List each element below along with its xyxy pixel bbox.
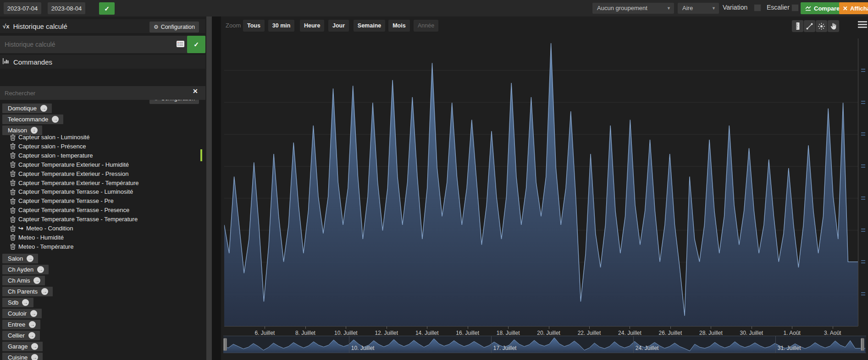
grouping-select[interactable]: Aucun groupement ▼ [592, 3, 674, 14]
navigator-area [223, 338, 865, 353]
navigator[interactable]: 10. Juillet17. Juillet24. Juillet31. Jui… [223, 336, 866, 353]
date-from-input[interactable] [4, 2, 41, 14]
affichage-button[interactable]: ✕ Affichage [839, 2, 868, 14]
list-alt-icon[interactable] [177, 41, 184, 49]
y-axis-label-fragment [861, 229, 865, 232]
date-to-input[interactable] [48, 2, 85, 14]
command-item-label: Capteur Temperature Exterieur - Températ… [18, 180, 139, 186]
tag-domotique[interactable]: Domotique→ [2, 104, 52, 113]
calc-history-apply-button[interactable]: ✓ [187, 36, 205, 53]
top-bar: ✓ Aucun groupement ▼ Aire ▼ Variation Es… [0, 0, 868, 16]
x-axis-tick [265, 327, 265, 329]
command-item-label: Capteur salon - Luminosité [18, 134, 89, 141]
variation-checkbox[interactable] [754, 4, 761, 11]
search-input[interactable] [0, 86, 205, 100]
list-scrollbar-thumb[interactable] [200, 149, 202, 161]
arrow-circle-right-icon: → [28, 332, 35, 339]
tag-sdb[interactable]: Sdb→ [2, 298, 33, 307]
x-axis-label: 12. Juillet [375, 330, 398, 336]
tag-ch-ayden[interactable]: Ch Ayden→ [2, 265, 49, 274]
command-item[interactable]: Capteur Temperature Terrasse - Pre [10, 197, 114, 204]
zoom-button-heure[interactable]: Heure [300, 20, 324, 32]
command-item-label: Capteur Temperature Exterieur - Pression [18, 170, 128, 177]
clear-search-icon[interactable]: ✕ [193, 87, 198, 95]
trash-icon[interactable] [10, 189, 16, 195]
zoom-button-tous[interactable]: Tous [243, 20, 265, 32]
command-item[interactable]: Capteur Temperature Terrasse - Temperatu… [10, 216, 138, 223]
zoom-button-semaine[interactable]: Semaine [354, 20, 385, 32]
command-item-label: Capteur salon - temperature [18, 152, 93, 159]
command-item-label: Capteur Temperature Terrasse - Temperatu… [18, 216, 138, 223]
command-item-label: Capteur salon - Présence [18, 143, 86, 150]
ruler-icon[interactable] [792, 20, 803, 32]
trash-icon[interactable] [10, 243, 16, 250]
command-item[interactable]: Meteo - Humidité [10, 234, 64, 241]
escalier-checkbox[interactable] [791, 4, 799, 11]
trash-icon[interactable] [10, 234, 16, 240]
panel-divider [212, 16, 221, 360]
x-axis-label: 1. Août [784, 330, 801, 336]
command-item[interactable]: Capteur salon - Présence [10, 143, 86, 150]
trend-line-icon[interactable] [804, 20, 815, 32]
render-type-select[interactable]: Aire ▼ [678, 3, 719, 14]
trash-icon[interactable] [10, 198, 16, 204]
x-axis-tick [630, 327, 630, 329]
navigator-right-handle[interactable] [861, 338, 864, 351]
trash-icon[interactable] [10, 143, 16, 149]
command-item-label: Capteur Temperature Exterieur - Humidité [18, 161, 129, 168]
zoom-button-jour[interactable]: Jour [328, 20, 349, 32]
navigator-gridline [775, 336, 776, 353]
tag-label: Cuisine [8, 354, 28, 360]
trash-icon[interactable] [10, 134, 16, 141]
trash-icon[interactable] [10, 170, 16, 177]
command-item[interactable]: Meteo - Température [10, 243, 73, 250]
trash-icon[interactable] [10, 161, 16, 168]
y-axis-line [858, 38, 858, 326]
series-area [224, 43, 858, 326]
arrow-circle-right-icon: → [31, 354, 38, 360]
calc-history-input[interactable] [0, 36, 205, 53]
tag-salon[interactable]: Salon→ [2, 254, 38, 263]
command-item[interactable]: Capteur Temperature Exterieur - Humidité [10, 161, 129, 168]
sidebar-scrollbar[interactable] [206, 16, 212, 360]
sun-icon[interactable] [816, 20, 827, 32]
navigator-left-handle[interactable] [223, 338, 227, 351]
config-label: Configuration [161, 24, 195, 30]
x-axis-label: 16. Juillet [456, 330, 479, 336]
tag-telecommande[interactable]: Telecommande→ [2, 115, 63, 124]
trash-icon[interactable] [10, 225, 16, 232]
command-item[interactable]: ↪Meteo - Condition [10, 225, 73, 232]
affichage-label: Affichage [850, 5, 868, 12]
main-chart[interactable] [224, 38, 858, 326]
sqrt-icon: √x [3, 23, 9, 30]
tag-garage[interactable]: Garage→ [2, 342, 43, 351]
tag-entree[interactable]: Entree→ [2, 320, 40, 329]
tag-cuisine[interactable]: Cuisine→ [2, 353, 43, 360]
command-item[interactable]: Capteur Temperature Exterieur - Températ… [10, 180, 139, 186]
x-axis-label: 26. Juillet [659, 330, 682, 336]
tag-cellier[interactable]: Cellier→ [2, 331, 40, 340]
calc-history-config-button[interactable]: ⚙ Configuration [149, 22, 199, 33]
trash-icon[interactable] [10, 216, 16, 223]
command-item[interactable]: Capteur Temperature Terrasse - Luminosit… [10, 188, 133, 195]
trash-icon[interactable] [10, 207, 16, 213]
command-item[interactable]: Capteur salon - Luminosité [10, 134, 89, 141]
trash-icon[interactable] [10, 152, 16, 158]
zoom-button-30-min[interactable]: 30 min [268, 20, 295, 32]
tag-ch-amis[interactable]: Ch Amis→ [2, 276, 45, 285]
trash-icon[interactable] [10, 180, 16, 186]
tag-couloir[interactable]: Couloir→ [2, 309, 42, 318]
command-item[interactable]: Capteur Temperature Terrasse - Presence [10, 207, 129, 213]
command-item[interactable]: Capteur Temperature Exterieur - Pression [10, 170, 128, 177]
apply-dates-button[interactable]: ✓ [99, 2, 115, 15]
x-axis-line [224, 326, 858, 327]
command-item[interactable]: Capteur salon - temperature [10, 152, 93, 159]
hand-icon[interactable] [828, 20, 839, 32]
zoom-button-mois[interactable]: Mois [388, 20, 409, 32]
command-item-label: Capteur Temperature Terrasse - Luminosit… [18, 188, 133, 195]
chevron-down-icon: ▼ [712, 3, 716, 14]
menu-icon[interactable] [858, 21, 867, 29]
zoom-button-annee: Année [414, 20, 438, 32]
tag-ch-parents[interactable]: Ch Parents→ [2, 287, 53, 296]
escalier-label: Escalier [767, 4, 790, 11]
